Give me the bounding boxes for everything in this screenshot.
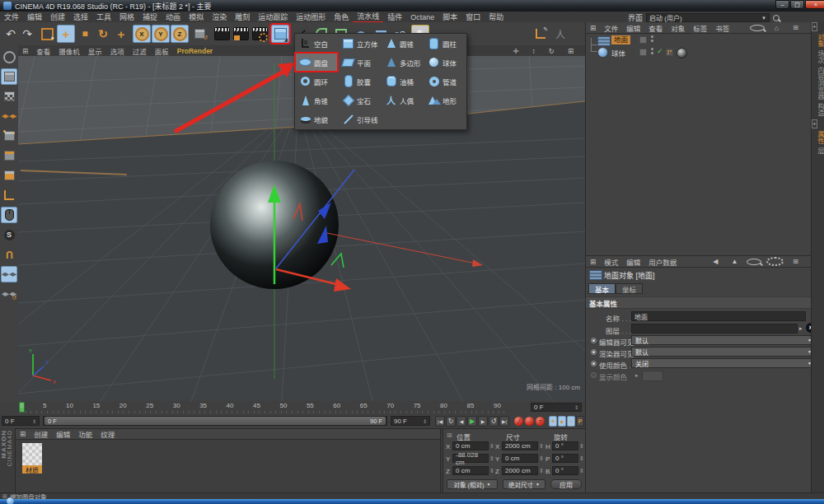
mat-menu-texture[interactable]: 纹理 <box>96 429 119 439</box>
menu-tools[interactable]: 工具 <box>92 12 115 22</box>
floor-layer-tag[interactable] <box>639 36 647 44</box>
use-color-radio[interactable] <box>591 361 597 366</box>
previous-frame-button[interactable]: ◀ <box>456 416 466 427</box>
rot-h-field[interactable]: 0 ° <box>552 441 578 450</box>
current-frame-field[interactable]: 0 F⇕ <box>531 403 582 412</box>
panel-grid-icon[interactable]: ⊞ <box>18 47 32 55</box>
close-button[interactable]: × <box>805 0 824 9</box>
viewport-solo-icon[interactable] <box>1 207 17 223</box>
mat-menu-function[interactable]: 功能 <box>74 429 96 439</box>
menu-mesh[interactable]: 网格 <box>115 12 138 22</box>
loop-button[interactable]: ↺ <box>489 416 499 427</box>
sphere-phong-tag[interactable] <box>666 49 673 56</box>
enable-axis-icon[interactable] <box>1 187 17 203</box>
primitive-item-capsule[interactable]: 胶囊 <box>338 72 381 91</box>
x-axis-lock-icon[interactable]: X <box>133 25 151 43</box>
key-scale-button[interactable]: ■ <box>558 416 566 427</box>
menu-edit[interactable]: 编辑 <box>23 12 46 22</box>
attr-panel-icon[interactable]: ⊞ <box>789 258 803 265</box>
vp-menu-panel[interactable]: 面板 <box>151 46 173 56</box>
tab-layers[interactable]: 层 <box>812 147 824 154</box>
vp-menu-cameras[interactable]: 摄像机 <box>54 46 84 56</box>
menu-snap[interactable]: 捕捉 <box>138 12 162 22</box>
vp-rotate-icon[interactable]: ↻ <box>545 47 559 55</box>
attr-search-icon[interactable] <box>747 259 761 265</box>
om-menu-file[interactable]: 文件 <box>600 23 622 33</box>
key-rotation-button[interactable]: ○ <box>567 416 575 427</box>
timeline-ruler[interactable]: 0510 152025 303540 455055 606570 758085 … <box>0 401 585 415</box>
om-menu-bookmarks[interactable]: 书签 <box>711 23 733 33</box>
dock-add-icon-2[interactable]: + <box>812 119 817 128</box>
primitive-item-polygon[interactable]: 多边形 <box>381 53 424 72</box>
points-mode-icon[interactable] <box>1 128 17 144</box>
redo-icon[interactable]: ↷ <box>18 25 36 43</box>
menu-mograph[interactable]: 运动图形 <box>292 12 330 22</box>
keyframe-selection-button[interactable]: ? <box>536 417 545 426</box>
windows-taskbar[interactable] <box>0 499 824 504</box>
primitive-item-sphere[interactable]: 球体 <box>424 53 466 72</box>
tab-takes[interactable]: 场次 <box>812 50 824 63</box>
om-search-icon[interactable] <box>750 25 765 31</box>
coordinate-system-icon[interactable]: ↺ <box>190 25 208 43</box>
section-basic-properties[interactable]: 基本属性 <box>586 298 617 308</box>
attr-menu-mode[interactable]: 模式 <box>600 257 622 267</box>
make-editable-icon[interactable] <box>1 49 17 65</box>
panel-grid-icon[interactable]: ⊞ <box>586 258 600 266</box>
vp-pan-icon[interactable]: ✛ <box>508 47 522 55</box>
coord-mode-dropdown[interactable]: 对象 (相对)▼ <box>447 479 498 489</box>
apply-button[interactable]: 应用 <box>550 479 582 489</box>
render-visibility-radio[interactable] <box>591 349 597 355</box>
primitive-item-cube[interactable]: 立方体 <box>338 34 381 53</box>
workplane-align-icon[interactable]: ◆◆↺ <box>1 286 17 302</box>
menu-select[interactable]: 选择 <box>69 12 92 22</box>
size-mode-dropdown[interactable]: 绝对尺寸▼ <box>503 479 545 489</box>
autokey-button[interactable]: ◦ <box>525 417 534 426</box>
undo-icon[interactable]: ↶ <box>2 25 20 43</box>
primitive-item-torus[interactable]: 圆环 <box>295 72 338 91</box>
panel-grid-icon[interactable]: ⊞ <box>586 24 600 32</box>
magnet-icon[interactable]: U <box>1 246 17 263</box>
vp-menu-display[interactable]: 显示 <box>84 46 106 56</box>
menu-animate[interactable]: 动画 <box>162 12 185 22</box>
snap-icon[interactable]: S <box>1 226 17 243</box>
primitive-item-oiltank[interactable]: 油桶 <box>381 72 424 91</box>
attr-menu-userdata[interactable]: 用户数据 <box>644 257 681 267</box>
search-icon[interactable] <box>773 15 780 21</box>
size-z-field[interactable]: 2000 cm <box>502 466 538 475</box>
menu-motion-tracker[interactable]: 运动跟踪 <box>254 12 292 22</box>
frame-range-slider[interactable]: 0 F 90 F <box>43 416 387 426</box>
mat-menu-create[interactable]: 创建 <box>30 429 52 439</box>
record-keyframe-button[interactable]: ╱ <box>514 417 523 426</box>
sphere-layer-tag[interactable] <box>639 49 647 56</box>
tab-attributes[interactable]: 属性 <box>812 131 824 144</box>
display-color-radio[interactable] <box>591 372 597 378</box>
key-position-button[interactable]: + <box>549 416 557 427</box>
om-menu-view[interactable]: 查看 <box>644 23 667 33</box>
play-button[interactable]: ▶ <box>467 416 477 427</box>
primitive-item-cone[interactable]: 圆锥 <box>381 34 424 53</box>
menu-octane[interactable]: Octane <box>406 13 438 21</box>
om-menu-tags[interactable]: 标签 <box>689 23 711 33</box>
attr-gear-icon[interactable] <box>766 257 784 266</box>
primitive-item-tube[interactable]: 管道 <box>424 72 466 91</box>
tab-objects[interactable]: 对象 <box>812 34 824 47</box>
primitive-item-null[interactable]: 0空白 <box>295 34 338 53</box>
menu-sculpt[interactable]: 雕刻 <box>231 12 254 22</box>
goto-start-button[interactable]: |◀ <box>435 416 445 427</box>
vp-zoom-icon[interactable]: ↕ <box>528 47 540 55</box>
workplane-lock-icon[interactable]: ◆◆ <box>1 266 17 282</box>
key-parameter-button[interactable]: P <box>576 416 584 427</box>
primitive-item-gem[interactable]: 宝石 <box>338 91 381 110</box>
scale-tool-icon[interactable]: ■ <box>76 25 94 43</box>
attr-back-icon[interactable]: ◀ <box>709 258 722 265</box>
figure-tool-icon[interactable]: 人 <box>551 25 569 43</box>
material-thumbnail[interactable] <box>22 443 42 465</box>
panel-grid-icon[interactable]: ⊞ <box>16 430 30 438</box>
display-color-arrow[interactable]: ▸ <box>635 372 639 379</box>
layer-popup-arrow[interactable]: ▸ <box>799 325 803 332</box>
menu-script[interactable]: 脚本 <box>438 12 461 22</box>
primitive-item-plane[interactable]: 平面 <box>338 53 381 72</box>
om-menu-edit[interactable]: 编辑 <box>622 23 644 33</box>
primitive-item-figure[interactable]: 人人偶 <box>381 91 424 110</box>
sphere-object-icon[interactable] <box>598 48 607 57</box>
